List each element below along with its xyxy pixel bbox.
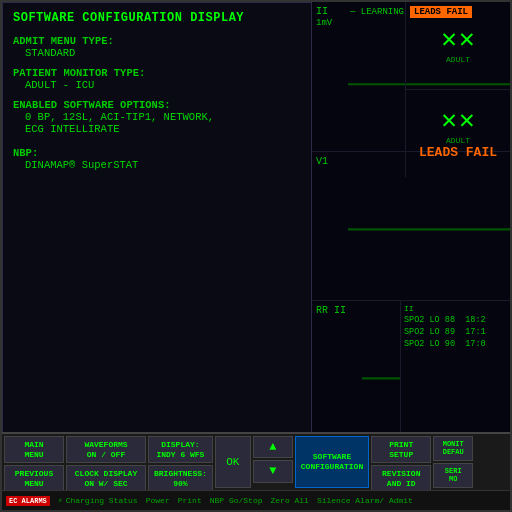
clock-display-button[interactable]: CLOCK DISPLAYON W/ SEC (66, 465, 146, 492)
rr-ii-waveform: RR II (312, 301, 400, 450)
rr-ii-row: RR II II SPO2 LO 88 18:2 SPO2 LO 89 17:1… (312, 301, 510, 450)
main-menu-button[interactable]: MAINMENU (4, 436, 64, 463)
v1-waveform-canvas (348, 162, 510, 297)
rrii-canvas (362, 311, 400, 446)
main-area: SOFTWARE CONFIGURATION DISPLAY ADMIT MEN… (2, 2, 510, 450)
vitals-area: ✕ ✕ ADULT ✕ ✕ ADULT LEADS FAIL (405, 2, 510, 177)
ok-button[interactable]: OK (215, 436, 251, 488)
config-panel: SOFTWARE CONFIGURATION DISPLAY ADMIT MEN… (2, 2, 312, 450)
zero-all-button[interactable]: Zero All (271, 496, 309, 505)
enabled-options-label: ENABLED SOFTWARE OPTIONS: (13, 99, 301, 111)
nbp-label: NBP: (13, 147, 301, 159)
v1-waveform-svg (348, 162, 510, 297)
x-icon-3: ✕ (441, 108, 457, 134)
toolbar-group-2: WAVEFORMSON / OFF CLOCK DISPLAYON W/ SEC (66, 436, 146, 488)
up-arrow-button[interactable]: ▲ (253, 436, 293, 458)
enabled-options-value1: 0 BP, 12SL, ACI-TIP1, NETWORK, (25, 111, 301, 123)
alarm-badge[interactable]: EC ALARMS (6, 496, 50, 506)
rrii-waveform-svg (362, 311, 400, 446)
patient-monitor-section: PATIENT MONITOR TYPE: ADULT - ICU (13, 67, 301, 91)
patient-monitor-value: ADULT - ICU (25, 79, 301, 91)
charging-icon: ⚡ (58, 496, 63, 505)
print-setup-button[interactable]: PRINTSETUP (371, 436, 431, 463)
enabled-options-value2: ECG INTELLIRATE (25, 123, 301, 135)
x-icon-1: ✕ (441, 27, 457, 53)
log-entry-1: SPO2 LO 88 18:2 (404, 315, 507, 327)
admit-menu-label: ADMIT MENU TYPE: (13, 35, 301, 47)
channel-ii-scale: 1mV (316, 18, 332, 28)
brightness-button[interactable]: BRIGHTNESS:90% (148, 465, 213, 492)
log-entry-3: SPO2 LO 90 17:0 (404, 339, 507, 351)
nbp-go-stop-button[interactable]: NBP Go/Stop (210, 496, 263, 505)
arrow-group: ▲ ▼ (253, 436, 293, 488)
toolbar-group-5: MONITDEFAU SERIMO (433, 436, 473, 488)
x-icon-2: ✕ (459, 27, 475, 53)
toolbar-group-1: MAINMENU PREVIOUSMENU (4, 436, 64, 488)
vital-box-2: ✕ ✕ ADULT LEADS FAIL (406, 90, 510, 177)
down-arrow-button[interactable]: ▼ (253, 460, 293, 482)
x-icon-4: ✕ (459, 108, 475, 134)
learning-indicator: — LEARNING (350, 7, 404, 17)
log-channel-label: II (404, 304, 507, 313)
print-status: Print (178, 496, 202, 505)
toolbar-group-3: DISPLAY:INDY 6 WFS BRIGHTNESS:90% (148, 436, 213, 488)
admit-menu-section: ADMIT MENU TYPE: STANDARD (13, 35, 301, 59)
medical-monitor-screen: ED-31 SOFTWARE CONFIGURATION DISPLAY ADM… (0, 0, 512, 512)
vital-box-1: ✕ ✕ ADULT (406, 2, 510, 90)
x-shape-display-1: ✕ ✕ (441, 27, 474, 53)
silence-alarm-button[interactable]: Silence Alarm/ Admit (317, 496, 413, 505)
serial-mod-button[interactable]: SERIMO (433, 463, 473, 488)
leads-fail-large: LEADS FAIL (419, 145, 497, 160)
enabled-options-section: ENABLED SOFTWARE OPTIONS: 0 BP, 12SL, AC… (13, 99, 301, 135)
nbp-section: NBP: DINAMAP® SuperSTAT (13, 147, 301, 171)
revision-and-id-button[interactable]: REVISIONAND ID (371, 465, 431, 492)
display-button[interactable]: DISPLAY:INDY 6 WFS (148, 436, 213, 463)
right-panel: II 1mV — LEARNING LEADS FAIL V1 (312, 2, 510, 450)
power-status: Power (146, 496, 170, 505)
log-area: II SPO2 LO 88 18:2 SPO2 LO 89 17:1 SPO2 … (400, 301, 510, 450)
x-shape-display-2: ✕ ✕ (441, 108, 474, 134)
channel-ii-label: II (316, 6, 328, 17)
toolbar-group-4: PRINTSETUP REVISIONAND ID (371, 436, 431, 488)
vital-label-2: ADULT (446, 136, 470, 145)
channel-v1-label: V1 (316, 156, 328, 167)
nbp-value: DINAMAP® SuperSTAT (25, 159, 301, 171)
previous-menu-button[interactable]: PREVIOUSMENU (4, 465, 64, 492)
waveforms-button[interactable]: WAVEFORMSON / OFF (66, 436, 146, 463)
monitor-default-button[interactable]: MONITDEFAU (433, 436, 473, 461)
log-entry-2: SPO2 LO 89 17:1 (404, 327, 507, 339)
admit-menu-value: STANDARD (25, 47, 301, 59)
status-bar: EC ALARMS ⚡ Charging Status Power Print … (2, 490, 510, 510)
channel-rrii-label: RR II (316, 305, 346, 316)
software-configuration-button[interactable]: SOFTWARECONFIGURATION (295, 436, 369, 488)
bottom-toolbar: MAINMENU PREVIOUSMENU WAVEFORMSON / OFF … (2, 432, 510, 490)
config-title: SOFTWARE CONFIGURATION DISPLAY (13, 11, 301, 25)
patient-monitor-label: PATIENT MONITOR TYPE: (13, 67, 301, 79)
charging-status: ⚡ Charging Status (58, 496, 138, 505)
vital-label-1: ADULT (446, 55, 470, 64)
